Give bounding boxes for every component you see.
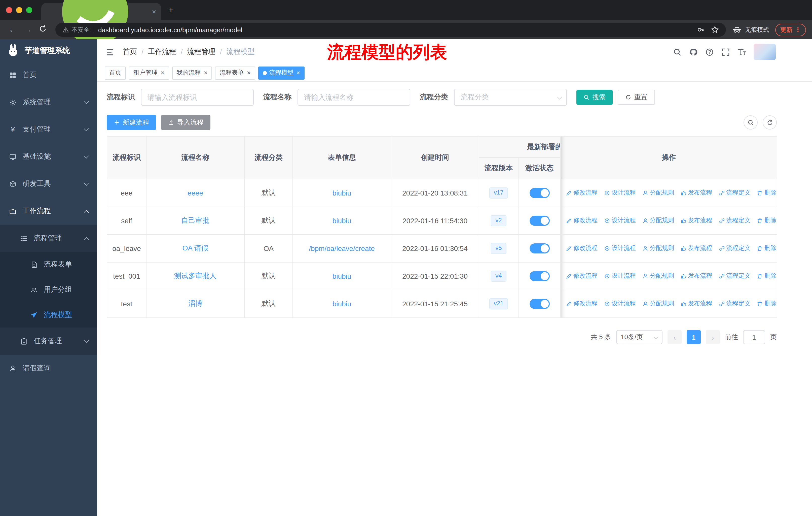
help-icon[interactable] [705, 48, 714, 56]
modify-link[interactable]: 修改流程 [566, 300, 598, 308]
current-page-button[interactable]: 1 [687, 330, 701, 344]
sidebar-item-workflow[interactable]: 工作流程 [0, 197, 97, 225]
form-info-link[interactable]: /bpm/oa/leave/create [309, 244, 375, 252]
chrome-update-button[interactable]: 更新 ⋮ [775, 23, 806, 36]
sidebar-item-process-management[interactable]: 流程管理 [0, 225, 97, 252]
breadcrumb-workflow[interactable]: 工作流程 [148, 47, 176, 56]
sidebar-item-process-form[interactable]: 流程表单 [0, 252, 97, 277]
active-toggle[interactable] [529, 271, 549, 281]
breadcrumb-home[interactable]: 首页 [123, 47, 137, 56]
security-chip[interactable]: 不安全 [62, 25, 90, 34]
browser-tab[interactable]: 芋道管理系统 × [41, 3, 161, 20]
tag-home[interactable]: 首页 [105, 66, 126, 79]
fullscreen-icon[interactable] [721, 48, 730, 56]
toggle-search-button[interactable] [744, 115, 758, 130]
delete-link[interactable]: 删除 [757, 189, 777, 197]
process-name-link[interactable]: OA 请假 [182, 244, 208, 252]
sidebar-item-user-group[interactable]: 用户分组 [0, 277, 97, 302]
design-link[interactable]: 设计流程 [604, 244, 636, 253]
definition-link[interactable]: 流程定义 [719, 189, 750, 197]
process-name-link[interactable]: 测试多审批人 [174, 272, 216, 280]
design-link[interactable]: 设计流程 [604, 272, 636, 280]
process-name-input[interactable] [297, 89, 410, 106]
assign-rule-link[interactable]: 分配规则 [642, 244, 674, 253]
font-size-icon[interactable] [737, 48, 746, 56]
browser-menu-icon[interactable]: ⋮ [795, 26, 801, 33]
sidebar-toggle-icon[interactable] [105, 47, 115, 57]
design-link[interactable]: 设计流程 [604, 300, 636, 308]
sidebar-item-home[interactable]: 首页 [0, 61, 97, 89]
publish-link[interactable]: 发布流程 [680, 216, 712, 225]
back-button[interactable]: ← [6, 25, 19, 34]
tag-process-form[interactable]: 流程表单 × [215, 66, 255, 79]
publish-link[interactable]: 发布流程 [680, 189, 712, 197]
sidebar-item-devtools[interactable]: 研发工具 [0, 170, 97, 197]
delete-link[interactable]: 删除 [757, 244, 777, 253]
reload-button[interactable] [36, 25, 49, 35]
github-icon[interactable] [689, 48, 698, 56]
search-icon[interactable] [673, 48, 682, 56]
publish-link[interactable]: 发布流程 [680, 272, 712, 280]
assign-rule-link[interactable]: 分配规则 [642, 216, 674, 225]
modify-link[interactable]: 修改流程 [566, 189, 598, 197]
search-button[interactable]: 搜索 [576, 90, 613, 105]
close-icon[interactable]: × [204, 70, 207, 76]
form-info-link[interactable]: biubiu [332, 189, 351, 197]
avatar[interactable] [754, 44, 776, 60]
definition-link[interactable]: 流程定义 [719, 272, 750, 280]
new-tab-button[interactable]: + [168, 4, 174, 16]
close-icon[interactable]: × [247, 70, 251, 76]
assign-rule-link[interactable]: 分配规则 [642, 189, 674, 197]
page-size-select[interactable]: 10条/页 [616, 330, 663, 344]
active-toggle[interactable] [529, 216, 549, 226]
close-window-button[interactable] [6, 7, 12, 13]
goto-page-input[interactable] [743, 330, 765, 344]
sidebar-item-infrastructure[interactable]: 基础设施 [0, 143, 97, 170]
definition-link[interactable]: 流程定义 [719, 216, 750, 225]
process-id-input[interactable] [141, 89, 254, 106]
form-info-link[interactable]: biubiu [332, 300, 351, 308]
forward-button[interactable]: → [21, 25, 34, 34]
prev-page-button[interactable]: ‹ [668, 330, 682, 344]
import-process-button[interactable]: 导入流程 [161, 115, 210, 130]
sidebar-item-payment[interactable]: ¥ 支付管理 [0, 116, 97, 143]
breadcrumb-process-management[interactable]: 流程管理 [187, 47, 215, 56]
close-icon[interactable]: × [161, 70, 164, 76]
close-icon[interactable]: × [296, 70, 300, 76]
design-link[interactable]: 设计流程 [604, 216, 636, 225]
delete-link[interactable]: 删除 [757, 272, 777, 280]
tag-process-model[interactable]: 流程模型 × [258, 66, 305, 79]
process-name-link[interactable]: 滔博 [188, 299, 202, 307]
active-toggle[interactable] [529, 243, 549, 253]
design-link[interactable]: 设计流程 [604, 189, 636, 197]
bookmark-star-icon[interactable] [711, 26, 719, 34]
definition-link[interactable]: 流程定义 [719, 300, 750, 308]
assign-rule-link[interactable]: 分配规则 [642, 272, 674, 280]
modify-link[interactable]: 修改流程 [566, 272, 598, 280]
sidebar-item-leave-query[interactable]: 请假查询 [0, 355, 97, 382]
process-name-link[interactable]: eeee [187, 189, 203, 197]
definition-link[interactable]: 流程定义 [719, 244, 750, 253]
publish-link[interactable]: 发布流程 [680, 300, 712, 308]
publish-link[interactable]: 发布流程 [680, 244, 712, 253]
minimize-window-button[interactable] [16, 7, 22, 13]
reset-button[interactable]: 重置 [618, 90, 655, 105]
refresh-table-button[interactable] [763, 115, 777, 130]
tag-tenant-management[interactable]: 租户管理 × [129, 66, 169, 79]
delete-link[interactable]: 删除 [757, 216, 777, 225]
sidebar-item-task-management[interactable]: 任务管理 [0, 328, 97, 355]
active-toggle[interactable] [529, 188, 549, 198]
form-info-link[interactable]: biubiu [332, 272, 351, 280]
active-toggle[interactable] [529, 299, 549, 309]
delete-link[interactable]: 删除 [757, 300, 777, 308]
form-info-link[interactable]: biubiu [332, 217, 351, 225]
tag-my-process[interactable]: 我的流程 × [172, 66, 212, 79]
zoom-window-button[interactable] [26, 7, 32, 13]
process-name-link[interactable]: 自己审批 [181, 216, 209, 224]
close-tab-icon[interactable]: × [152, 7, 156, 16]
modify-link[interactable]: 修改流程 [566, 216, 598, 225]
assign-rule-link[interactable]: 分配规则 [642, 300, 674, 308]
category-select[interactable]: 流程分类 [454, 89, 567, 106]
modify-link[interactable]: 修改流程 [566, 244, 598, 253]
next-page-button[interactable]: › [706, 330, 720, 344]
